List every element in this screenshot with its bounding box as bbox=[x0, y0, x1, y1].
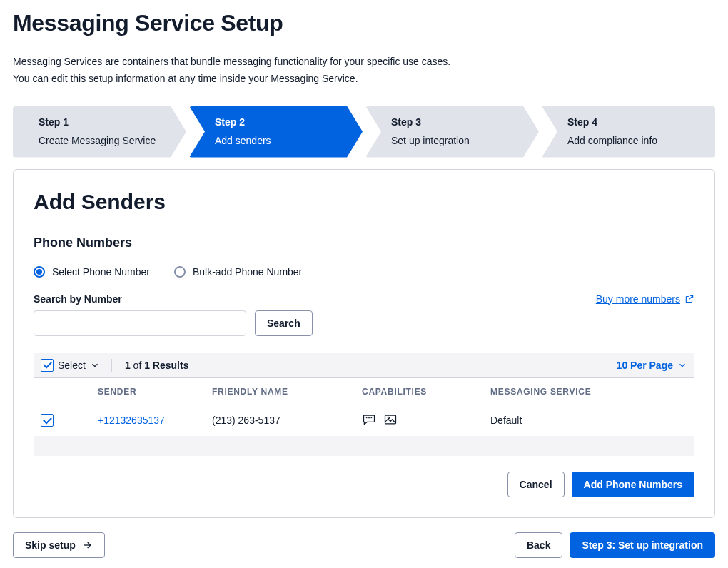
bulk-select-checkbox[interactable] bbox=[41, 359, 54, 372]
per-page-selector[interactable]: 10 Per Page bbox=[617, 360, 687, 371]
step-3-integration[interactable]: Step 3 Set up integration bbox=[365, 106, 539, 158]
list-toolbar: Select 1 of 1 Results 10 Per Page bbox=[34, 353, 694, 378]
sms-icon bbox=[362, 412, 376, 427]
bulk-select-label: Select bbox=[58, 360, 86, 371]
cancel-button[interactable]: Cancel bbox=[507, 472, 565, 497]
search-header-row: Search by Number Buy more numbers bbox=[34, 293, 694, 305]
search-number-input[interactable] bbox=[34, 310, 246, 336]
page-title: Messaging Service Setup bbox=[13, 10, 715, 36]
add-senders-panel: Add Senders Phone Numbers Select Phone N… bbox=[13, 169, 715, 518]
chevron-down-icon bbox=[677, 360, 687, 370]
back-button[interactable]: Back bbox=[515, 532, 562, 558]
step-4-desc: Add compliance info bbox=[567, 135, 694, 146]
step-4-compliance[interactable]: Step 4 Add compliance info bbox=[542, 106, 715, 158]
next-step-button[interactable]: Step 3: Set up integration bbox=[570, 532, 715, 558]
arrow-right-icon bbox=[81, 539, 93, 551]
results-selected: 1 bbox=[125, 360, 131, 371]
col-sender: SENDER bbox=[69, 387, 212, 397]
step-1-create-service[interactable]: Step 1 Create Messaging Service bbox=[13, 106, 186, 158]
chevron-down-icon bbox=[90, 360, 100, 370]
row-sender-number[interactable]: +12132635137 bbox=[69, 415, 212, 426]
skip-setup-label: Skip setup bbox=[25, 539, 76, 551]
search-controls: Search bbox=[34, 310, 694, 336]
table-empty-row bbox=[34, 436, 694, 456]
step-2-desc: Add senders bbox=[215, 135, 341, 146]
phone-numbers-heading: Phone Numbers bbox=[34, 235, 694, 250]
col-capabilities: CAPABILITIES bbox=[362, 387, 490, 397]
mms-icon bbox=[383, 412, 398, 427]
col-friendly: FRIENDLY NAME bbox=[212, 387, 362, 397]
buy-more-numbers-link[interactable]: Buy more numbers bbox=[596, 293, 694, 305]
row-checkbox[interactable] bbox=[41, 414, 54, 427]
table-row: +12132635137 (213) 263-5137 Default bbox=[34, 405, 694, 436]
panel-heading: Add Senders bbox=[34, 190, 694, 214]
sender-mode-radio-group: Select Phone Number Bulk-add Phone Numbe… bbox=[34, 266, 694, 278]
radio-unselected-icon bbox=[174, 266, 186, 278]
radio-selected-icon bbox=[34, 266, 45, 278]
buy-link-text: Buy more numbers bbox=[596, 293, 680, 305]
skip-setup-button[interactable]: Skip setup bbox=[13, 532, 105, 558]
step-2-label: Step 2 bbox=[215, 116, 341, 128]
step-1-label: Step 1 bbox=[39, 116, 165, 128]
radio-select-phone-number[interactable]: Select Phone Number bbox=[34, 266, 150, 278]
page-footer: Skip setup Back Step 3: Set up integrati… bbox=[13, 532, 715, 558]
step-4-label: Step 4 bbox=[567, 116, 694, 128]
intro-line-1: Messaging Services are containers that b… bbox=[13, 54, 715, 71]
radio-bulk-add-phone-number[interactable]: Bulk-add Phone Number bbox=[174, 266, 302, 278]
add-phone-numbers-button[interactable]: Add Phone Numbers bbox=[572, 472, 694, 497]
step-3-label: Step 3 bbox=[391, 116, 517, 128]
external-link-icon bbox=[684, 294, 694, 304]
step-3-desc: Set up integration bbox=[391, 135, 517, 146]
step-1-desc: Create Messaging Service bbox=[39, 135, 165, 146]
results-count: 1 of 1 Results bbox=[125, 360, 189, 371]
setup-stepper: Step 1 Create Messaging Service Step 2 A… bbox=[13, 106, 715, 158]
radio-select-label: Select Phone Number bbox=[52, 266, 150, 278]
search-button[interactable]: Search bbox=[255, 310, 313, 336]
radio-bulk-label: Bulk-add Phone Number bbox=[193, 266, 302, 278]
search-label: Search by Number bbox=[34, 293, 122, 305]
table-header: SENDER FRIENDLY NAME CAPABILITIES MESSAG… bbox=[34, 378, 694, 405]
col-messaging-service: MESSAGING SERVICE bbox=[490, 387, 687, 397]
row-friendly-name: (213) 263-5137 bbox=[212, 415, 362, 426]
phone-number-list: Select 1 of 1 Results 10 Per Page SENDER bbox=[34, 353, 694, 456]
row-messaging-service-link[interactable]: Default bbox=[490, 415, 522, 426]
per-page-label: 10 Per Page bbox=[617, 360, 673, 371]
step-2-add-senders[interactable]: Step 2 Add senders bbox=[189, 106, 363, 158]
bulk-select-control[interactable]: Select bbox=[41, 359, 112, 372]
intro-block: Messaging Services are containers that b… bbox=[13, 54, 715, 88]
results-total: 1 Results bbox=[144, 360, 188, 371]
results-of: of bbox=[133, 360, 142, 371]
intro-line-2: You can edit this setup information at a… bbox=[13, 71, 715, 88]
panel-footer: Cancel Add Phone Numbers bbox=[34, 472, 694, 497]
svg-rect-0 bbox=[385, 415, 396, 424]
svg-point-1 bbox=[388, 417, 389, 418]
row-capabilities bbox=[362, 412, 398, 427]
